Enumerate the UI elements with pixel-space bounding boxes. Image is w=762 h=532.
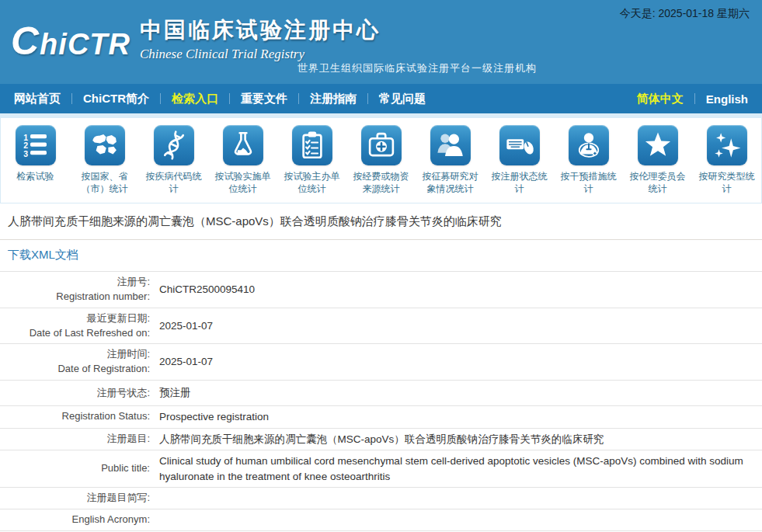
people-icon — [430, 125, 471, 165]
tool-by-funding-source[interactable]: 按经费或物资来源统计 — [346, 118, 416, 203]
tool-by-registration-status[interactable]: 按注册状态统计 — [485, 118, 554, 203]
table-row-acronym-en: English Acronym: — [0, 509, 762, 531]
tool-by-implementing-unit[interactable]: 按试验实施单位统计 — [208, 118, 277, 203]
page-title: 人脐带间充质干细胞来源的凋亡囊泡（MSC-apoVs）联合透明质酸钠治疗膝骨关节… — [0, 203, 762, 240]
download-xml-link[interactable]: 下载XML文档 — [8, 248, 78, 261]
xml-download-row: 下载XML文档 — [0, 240, 762, 272]
row-labels: Registration Status: — [0, 409, 159, 424]
table-row-public-title-zh: 注册题目: 人脐带间充质干细胞来源的凋亡囊泡（MSC-apoVs）联合透明质酸钠… — [0, 429, 762, 451]
row-labels: 注册题目: — [0, 432, 159, 447]
row-labels: 注册时间: Date of Registration: — [0, 347, 159, 377]
row-labels: 最近更新日期: Date of Last Refreshed on: — [0, 311, 159, 341]
nav-separator — [160, 93, 161, 104]
tool-label: 按研究类型统计 — [692, 170, 761, 195]
nav-item-faq[interactable]: 常见问题 — [379, 92, 426, 106]
main-navbar: 网站首页 ChiCTR简介 检索入口 重要文件 注册指南 常见问题 简体中文 E… — [0, 84, 762, 113]
label-en: Registration Status: — [0, 409, 150, 424]
nav-separator — [367, 93, 368, 104]
world-map-icon — [85, 125, 125, 165]
label-en: Public title: — [0, 461, 150, 476]
label-zh: 注册题目: — [0, 432, 150, 447]
tool-by-ethics-committee[interactable]: 按伦理委员会统计 — [623, 118, 692, 203]
star-icon — [638, 125, 678, 165]
nav-item-search-entry[interactable]: 检索入口 — [172, 92, 218, 106]
table-row-public-title-en: Public title: Clinical study of human um… — [0, 450, 762, 488]
svg-text:3: 3 — [23, 149, 28, 158]
row-value: 2025-01-07 — [159, 354, 762, 370]
nav-item-about[interactable]: ChiCTR简介 — [83, 92, 149, 106]
dna-icon — [154, 125, 194, 165]
row-value: 预注册 — [159, 385, 762, 401]
doctor-icon — [569, 125, 609, 165]
label-en: English Acronym: — [0, 513, 150, 527]
nav-item-home[interactable]: 网站首页 — [14, 92, 61, 106]
row-value: Prospective registration — [159, 409, 762, 425]
nav-item-registration-guide[interactable]: 注册指南 — [310, 92, 357, 106]
tool-by-country-province[interactable]: 按国家、省（市）统计 — [70, 118, 139, 203]
statistics-toolbar: 1 2 3 检索试验 按国家、省（市）统计 — [0, 118, 762, 203]
row-labels: Public title: — [0, 461, 159, 476]
keyboard-mouse-icon — [499, 125, 540, 165]
nav-item-important-docs[interactable]: 重要文件 — [241, 92, 287, 106]
label-en: Date of Registration: — [0, 362, 150, 377]
nav-separator — [298, 93, 299, 104]
tool-search-trials[interactable]: 1 2 3 检索试验 — [1, 118, 70, 203]
table-row-registration-number: 注册号: Registration number: ChiCTR25000954… — [0, 272, 762, 308]
row-value: Clinical study of human umbilical cord m… — [159, 454, 762, 484]
nav-items: 网站首页 ChiCTR简介 检索入口 重要文件 注册指南 常见问题 — [14, 92, 637, 106]
medical-bag-icon — [361, 125, 402, 165]
registration-info-table: 注册号: Registration number: ChiCTR25000954… — [0, 272, 762, 532]
tool-label: 检索试验 — [1, 170, 70, 183]
label-en: Registration number: — [0, 290, 150, 304]
site-title-en: Chinese Clinical Trial Registry — [140, 47, 381, 62]
lang-simplified-chinese[interactable]: 简体中文 — [637, 92, 684, 106]
row-labels: 注册号状态: — [0, 386, 159, 401]
tool-label: 按试验实施单位统计 — [208, 170, 277, 195]
tool-by-disease-code[interactable]: 按疾病代码统计 — [139, 118, 208, 203]
sparkles-icon — [707, 125, 747, 165]
table-row-registration-status-en: Registration Status: Prospective registr… — [0, 406, 762, 429]
table-row-registration-status-zh: 注册号状态: 预注册 — [0, 381, 762, 406]
nav-separator — [694, 93, 695, 104]
row-value: 2025-01-07 — [159, 318, 762, 334]
lang-english[interactable]: English — [706, 92, 748, 106]
tool-label: 按干预措施统计 — [554, 170, 623, 195]
tool-label: 按试验主办单位统计 — [277, 170, 346, 195]
table-row-acronym-zh: 注册题目简写: — [0, 488, 762, 509]
tool-label: 按注册状态统计 — [485, 170, 554, 195]
site-title-block: 中国临床试验注册中心 Chinese Clinical Trial Regist… — [140, 16, 381, 62]
tool-by-study-type[interactable]: 按研究类型统计 — [692, 118, 761, 203]
row-labels: English Acronym: — [0, 513, 159, 527]
tool-label: 按疾病代码统计 — [139, 170, 208, 195]
label-zh: 注册时间: — [0, 347, 150, 362]
site-title-zh: 中国临床试验注册中心 — [140, 16, 381, 45]
label-zh: 注册题目简写: — [0, 491, 150, 506]
clipboard-icon — [292, 125, 332, 165]
table-row-last-refreshed: 最近更新日期: Date of Last Refreshed on: 2025-… — [0, 308, 762, 345]
label-en: Date of Last Refreshed on: — [0, 326, 150, 341]
row-value: ChiCTR2500095410 — [159, 282, 762, 297]
logo-rest: hiCTR — [40, 28, 130, 61]
logo-first-letter: C — [11, 19, 40, 63]
row-labels: 注册号: Registration number: — [0, 275, 159, 304]
tool-by-recruitment-status[interactable]: 按征募研究对象情况统计 — [416, 118, 485, 203]
language-switcher: 简体中文 English — [637, 92, 748, 106]
label-zh: 注册号: — [0, 275, 150, 290]
site-header: ChiCTR 中国临床试验注册中心 Chinese Clinical Trial… — [0, 0, 762, 84]
flask-icon — [223, 125, 263, 165]
who-subtitle: 世界卫生组织国际临床试验注册平台一级注册机构 — [297, 61, 537, 75]
nav-separator — [229, 93, 230, 104]
today-date: 今天是: 2025-01-18 星期六 — [620, 7, 750, 21]
numbered-list-icon: 1 2 3 — [16, 125, 56, 165]
label-zh: 最近更新日期: — [0, 311, 150, 326]
tool-label: 按国家、省（市）统计 — [70, 170, 139, 195]
tool-label: 按经费或物资来源统计 — [346, 170, 416, 195]
label-zh: 注册号状态: — [0, 386, 150, 401]
row-labels: 注册题目简写: — [0, 491, 159, 506]
chictr-logo[interactable]: ChiCTR — [11, 19, 130, 64]
row-value: 人脐带间充质干细胞来源的凋亡囊泡（MSC-apoVs）联合透明质酸钠治疗膝骨关节… — [159, 432, 762, 447]
table-row-date-of-registration: 注册时间: Date of Registration: 2025-01-07 — [0, 344, 762, 381]
tool-by-intervention[interactable]: 按干预措施统计 — [554, 118, 623, 203]
tool-by-sponsor-unit[interactable]: 按试验主办单位统计 — [277, 118, 346, 203]
tool-label: 按征募研究对象情况统计 — [416, 170, 485, 195]
